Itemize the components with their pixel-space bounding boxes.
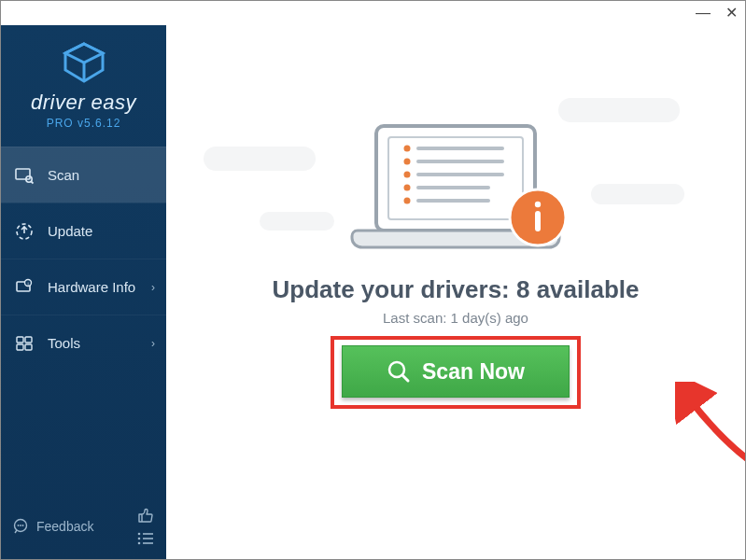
- main-pane: Update your drivers: 8 available Last sc…: [166, 25, 745, 559]
- footer-icons: [136, 507, 155, 546]
- sidebar-item-label: Hardware Info: [48, 279, 135, 295]
- svg-rect-9: [17, 344, 23, 350]
- sidebar-item-label: Update: [48, 223, 92, 239]
- svg-point-15: [138, 533, 141, 536]
- sidebar-item-scan[interactable]: Scan: [1, 147, 166, 203]
- close-button[interactable]: ✕: [725, 6, 738, 21]
- thumbs-up-icon[interactable]: [136, 507, 155, 524]
- svg-point-12: [18, 525, 20, 526]
- svg-point-19: [138, 542, 141, 545]
- feedback-button[interactable]: Feedback: [12, 518, 93, 535]
- logo-block: driver easy PRO v5.6.12: [1, 25, 166, 139]
- version-label: PRO v5.6.12: [1, 117, 166, 130]
- svg-rect-10: [25, 344, 32, 350]
- update-icon: [14, 221, 35, 242]
- svg-point-35: [535, 202, 541, 207]
- feedback-icon: [12, 518, 29, 535]
- last-scan-text: Last scan: 1 day(s) ago: [166, 310, 745, 326]
- chevron-right-icon: ›: [151, 337, 155, 350]
- svg-rect-36: [535, 211, 541, 231]
- sidebar-item-tools[interactable]: Tools ›: [1, 315, 166, 371]
- titlebar: — ✕: [1, 1, 745, 25]
- sidebar-item-hardware-info[interactable]: i Hardware Info ›: [1, 259, 166, 315]
- app-body: driver easy PRO v5.6.12 Scan Update: [1, 25, 745, 559]
- svg-point-28: [404, 146, 411, 152]
- svg-point-29: [404, 159, 411, 165]
- sidebar-item-label: Tools: [48, 335, 80, 351]
- svg-rect-0: [16, 169, 30, 179]
- svg-point-14: [22, 525, 24, 526]
- svg-line-38: [402, 375, 408, 381]
- list-icon[interactable]: [136, 531, 155, 546]
- decorative-cloud: [260, 212, 334, 231]
- app-window: — ✕ driver easy PRO v5.6.12 Scan: [0, 0, 746, 560]
- svg-text:i: i: [27, 280, 28, 286]
- sidebar-footer: Feedback: [1, 497, 166, 559]
- nav: Scan Update i Hardware Info ›: [1, 147, 166, 371]
- svg-line-2: [31, 181, 33, 183]
- scan-icon: [14, 165, 35, 186]
- svg-point-31: [404, 185, 411, 191]
- tools-icon: [14, 333, 35, 354]
- svg-point-17: [138, 538, 141, 540]
- app-logo-icon: [61, 42, 107, 83]
- svg-point-30: [404, 172, 411, 178]
- search-icon: [387, 359, 411, 384]
- sidebar-item-label: Scan: [48, 167, 79, 183]
- laptop-illustration: [334, 119, 577, 259]
- minimize-button[interactable]: —: [696, 6, 711, 21]
- decorative-cloud: [204, 147, 316, 171]
- annotation-arrow: [675, 382, 746, 484]
- scan-now-button[interactable]: Scan Now: [342, 345, 570, 398]
- sidebar: driver easy PRO v5.6.12 Scan Update: [1, 25, 166, 559]
- feedback-label: Feedback: [36, 519, 93, 534]
- brand-name: driver easy: [1, 91, 166, 115]
- hardware-icon: i: [14, 277, 35, 298]
- svg-point-32: [404, 198, 411, 204]
- headline-text: Update your drivers: 8 available: [166, 275, 745, 304]
- sidebar-item-update[interactable]: Update: [1, 203, 166, 259]
- chevron-right-icon: ›: [151, 281, 155, 294]
- svg-point-13: [20, 525, 21, 526]
- decorative-cloud: [591, 184, 684, 204]
- scan-now-label: Scan Now: [422, 359, 525, 385]
- svg-rect-7: [17, 337, 23, 343]
- svg-rect-8: [25, 337, 32, 343]
